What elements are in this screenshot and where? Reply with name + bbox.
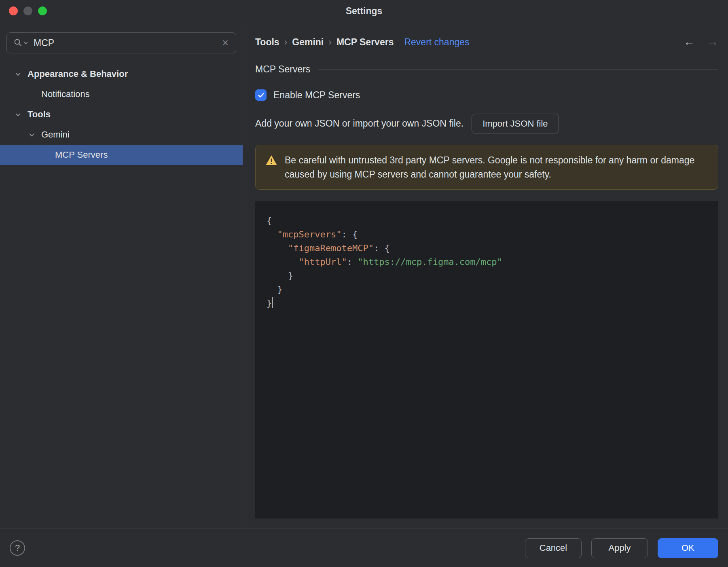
help-button[interactable]: ?	[10, 540, 25, 556]
forward-arrow-icon: →	[707, 36, 718, 49]
footer-bar: ? Cancel Apply OK	[0, 529, 728, 567]
section-title: MCP Servers	[255, 64, 310, 75]
enable-mcp-checkbox[interactable]	[255, 89, 267, 101]
code-line: }	[267, 269, 714, 283]
history-nav: ← →	[684, 36, 718, 49]
search-input[interactable]: MCP ×	[6, 32, 236, 53]
enable-mcp-row: Enable MCP Servers	[255, 89, 718, 101]
checkmark-icon	[257, 91, 265, 99]
breadcrumb-item-gemini[interactable]: Gemini	[292, 37, 324, 48]
breadcrumb-row: Tools›Gemini›MCP Servers Revert changes …	[255, 36, 718, 49]
apply-button[interactable]: Apply	[591, 538, 648, 558]
minimize-window-button[interactable]	[23, 6, 32, 15]
chevron-down-icon[interactable]	[15, 71, 28, 78]
search-icon[interactable]	[13, 38, 28, 48]
json-editor-code: { "mcpServers": { "figmaRemoteMCP": { "h…	[267, 214, 714, 310]
section-header: MCP Servers	[255, 64, 718, 75]
breadcrumb-item-tools[interactable]: Tools	[255, 37, 279, 48]
code-line: }	[267, 283, 714, 296]
import-json-button[interactable]: Import JSON file	[472, 114, 559, 133]
back-arrow-icon[interactable]: ←	[684, 36, 695, 49]
breadcrumb-separator: ›	[324, 37, 336, 48]
settings-tree: Appearance & BehaviorNotificationsToolsG…	[0, 64, 243, 165]
enable-mcp-label[interactable]: Enable MCP Servers	[273, 90, 360, 101]
ok-button[interactable]: OK	[658, 538, 718, 558]
search-options-chevron-icon	[24, 41, 28, 44]
main-panel: Tools›Gemini›MCP Servers Revert changes …	[243, 22, 728, 529]
settings-window: Settings MCP × Appearance & BehaviorNoti…	[0, 0, 728, 567]
tree-item-mcp-servers[interactable]: MCP Servers	[0, 145, 243, 165]
breadcrumb: Tools›Gemini›MCP Servers	[255, 37, 394, 48]
tree-item-notifications[interactable]: Notifications	[0, 84, 243, 104]
code-line: "figmaRemoteMCP": {	[267, 241, 714, 255]
tree-item-label: Tools	[28, 109, 51, 120]
search-value: MCP	[34, 38, 219, 49]
revert-changes-link[interactable]: Revert changes	[404, 37, 469, 48]
add-json-row: Add your own JSON or import your own JSO…	[255, 114, 718, 133]
cancel-button[interactable]: Cancel	[525, 538, 582, 558]
code-line: {	[267, 214, 714, 228]
window-title: Settings	[346, 6, 383, 17]
add-json-text: Add your own JSON or import your own JSO…	[255, 118, 463, 129]
traffic-lights	[9, 0, 47, 22]
chevron-down-icon[interactable]	[28, 131, 41, 138]
code-line: "httpUrl": "https://mcp.figma.com/mcp"	[267, 255, 714, 269]
breadcrumb-separator: ›	[279, 37, 292, 48]
code-line: "mcpServers": {	[267, 228, 714, 241]
tree-item-label: MCP Servers	[55, 150, 108, 160]
breadcrumb-item-mcp-servers[interactable]: MCP Servers	[336, 37, 394, 48]
chevron-down-icon[interactable]	[15, 111, 28, 118]
tree-item-label: Appearance & Behavior	[28, 69, 128, 79]
clear-search-icon[interactable]: ×	[221, 38, 229, 49]
warning-icon	[265, 155, 277, 168]
warning-banner: Be careful with untrusted 3rd party MCP …	[255, 145, 718, 190]
section-divider	[317, 69, 718, 70]
titlebar: Settings	[0, 0, 728, 22]
tree-item-gemini[interactable]: Gemini	[0, 125, 243, 145]
tree-item-label: Gemini	[41, 129, 70, 140]
tree-item-label: Notifications	[41, 89, 90, 99]
zoom-window-button[interactable]	[38, 6, 47, 15]
tree-item-tools[interactable]: Tools	[0, 104, 243, 125]
tree-item-appearance-behavior[interactable]: Appearance & Behavior	[0, 64, 243, 84]
sidebar: MCP × Appearance & BehaviorNotifications…	[0, 22, 243, 529]
warning-text: Be careful with untrusted 3rd party MCP …	[285, 153, 708, 181]
json-editor[interactable]: { "mcpServers": { "figmaRemoteMCP": { "h…	[255, 201, 718, 518]
close-window-button[interactable]	[9, 6, 18, 15]
code-line: }	[267, 296, 714, 310]
text-cursor	[272, 297, 273, 308]
